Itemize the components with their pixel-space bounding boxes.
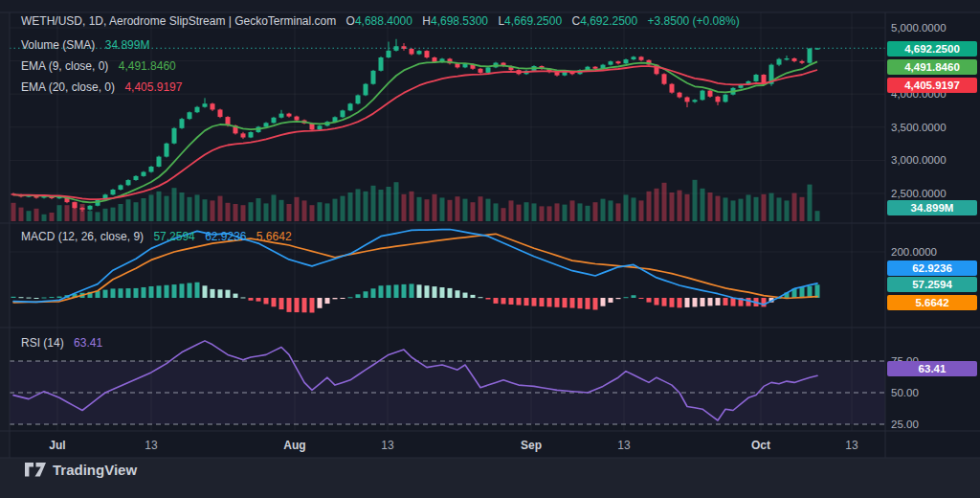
macd-histogram-bar (241, 297, 246, 298)
symbol-title: WETH/USD, 1D, Aerodrome SlipStream | Gec… (21, 14, 336, 28)
candle (126, 180, 131, 185)
macd-histogram-bar (42, 298, 47, 299)
macd-line-value: 62.9236 (205, 230, 246, 243)
time-axis-label: Aug (283, 439, 305, 452)
volume-bar (777, 197, 782, 221)
candle (371, 71, 376, 84)
macd-histogram-bar (501, 298, 506, 304)
volume-bar (678, 191, 682, 221)
candle (800, 61, 805, 63)
candle (241, 133, 246, 137)
macd-axis-tick: 200.0000 (891, 246, 937, 258)
price-axis-tick: 3,500.0000 (891, 122, 947, 133)
top-margin (0, 0, 980, 12)
volume-bar (609, 200, 613, 221)
macd-histogram-bar (249, 298, 254, 301)
volume-bar (96, 212, 100, 221)
macd-histogram-bar (287, 298, 292, 312)
volume-bar (272, 194, 277, 221)
macd-histogram-bar (532, 298, 537, 306)
volume-bar (517, 205, 522, 221)
macd-histogram-bar (195, 283, 200, 298)
candle (379, 57, 384, 71)
ema9-value: 4,491.8460 (119, 59, 176, 73)
candle (142, 172, 146, 176)
macd-histogram-bar (547, 298, 552, 306)
macd-legend-row[interactable]: MACD (12, 26, close, 9) 57.2594 62.9236 … (21, 230, 292, 243)
candle (708, 91, 713, 97)
macd-histogram-bar (425, 285, 430, 298)
volume-bar (417, 197, 422, 221)
candle (463, 64, 468, 67)
ema20-legend-row[interactable]: EMA (20, close, 0) 4,405.9197 (21, 80, 182, 94)
candle (693, 100, 698, 102)
volume-bar (226, 203, 231, 221)
volume-bar (19, 208, 24, 221)
volume-bar (540, 206, 545, 221)
volume-label: Volume (SMA) (21, 38, 95, 52)
price-badge-text: 4,692.2500 (904, 43, 960, 55)
rsi-label: RSI (14) (21, 336, 64, 350)
volume-bar (11, 203, 16, 221)
volume-bar (578, 203, 583, 221)
candle (609, 61, 613, 64)
macd-histogram-bar (647, 298, 652, 303)
macd-histogram-bar (279, 298, 284, 309)
volume-bar (731, 200, 736, 221)
macd-histogram-bar (165, 285, 169, 298)
volume-bar (234, 204, 238, 221)
volume-bar (456, 196, 460, 221)
price-chart-canvas[interactable]: 5,000.00004,000.00003,500.00003,000.0000… (0, 0, 980, 498)
macd-histogram-bar (211, 289, 215, 298)
volume-bar (180, 192, 185, 221)
macd-histogram-bar (471, 295, 476, 298)
candle (724, 95, 728, 102)
volume-bar (111, 208, 116, 221)
volume-bar (211, 200, 215, 221)
rsi-badge-text: 63.41 (919, 363, 947, 374)
volume-bar (701, 189, 705, 221)
symbol-legend-row[interactable]: WETH/USD, 1D, Aerodrome SlipStream | Gec… (21, 14, 740, 28)
volume-bar (27, 211, 32, 221)
macd-histogram-bar (685, 298, 690, 307)
volume-value: 34.899M (105, 38, 150, 52)
volume-bar (264, 203, 269, 221)
time-axis-label: 13 (145, 439, 158, 452)
volume-legend-row[interactable]: Volume (SMA) 34.899M (21, 38, 149, 52)
candle (348, 103, 353, 110)
candle (172, 128, 177, 144)
macd-histogram-bar (693, 298, 698, 306)
rsi-axis-tick: 25.00 (891, 419, 919, 430)
time-axis-label: Jul (49, 439, 65, 452)
macd-histogram-bar (27, 298, 32, 299)
volume-bar (724, 197, 728, 221)
candle (279, 114, 284, 118)
volume-bar (195, 194, 200, 221)
volume-bar (754, 197, 759, 221)
candle (165, 144, 169, 157)
volume-bar (318, 202, 323, 221)
volume-bar (471, 202, 476, 221)
candle (287, 114, 292, 117)
volume-bar (65, 205, 70, 221)
volume-bar (203, 199, 208, 221)
candle (218, 109, 223, 117)
volume-bar (341, 196, 345, 221)
rsi-legend-row[interactable]: RSI (14) 63.41 (21, 336, 102, 350)
time-axis-label: Oct (751, 439, 770, 452)
close-value: 4,692.2500 (580, 14, 637, 28)
macd-histogram-bar (34, 298, 39, 299)
macd-histogram-bar (325, 298, 330, 304)
volume-bar (563, 205, 568, 221)
candle (180, 119, 185, 128)
ema9-legend-row[interactable]: EMA (9, close, 0) 4,491.8460 (21, 59, 176, 73)
volume-bar (172, 188, 177, 221)
macd-histogram-bar (379, 285, 384, 298)
candle (119, 185, 123, 190)
macd-badge-text: 57.2594 (912, 279, 952, 290)
tradingview-attribution[interactable]: TradingView (25, 462, 137, 478)
macd-histogram-bar (341, 298, 345, 299)
volume-bar (218, 196, 223, 221)
macd-histogram-bar (601, 298, 606, 306)
volume-bar (103, 209, 108, 221)
